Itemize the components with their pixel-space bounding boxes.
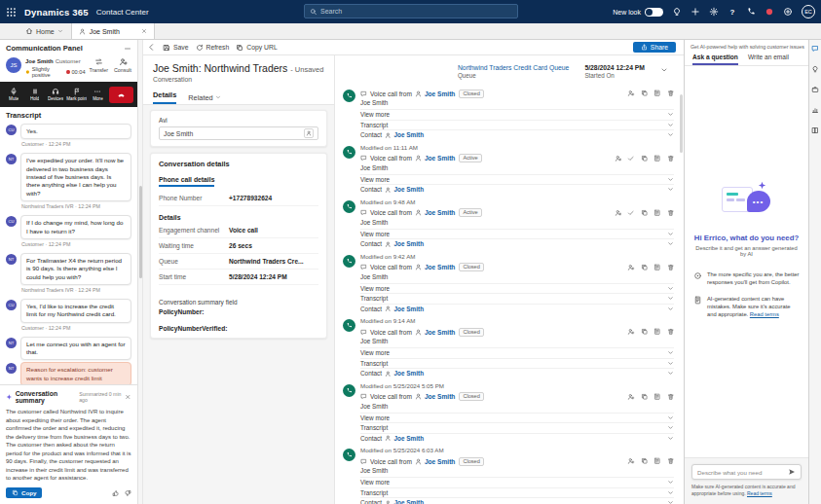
assign-icon[interactable] <box>627 264 635 271</box>
copy-url-button[interactable]: Copy URL <box>236 44 277 52</box>
chevron-down-icon[interactable] <box>660 66 668 74</box>
contact-row[interactable]: Contact Joe Smith <box>360 184 674 195</box>
assign-icon[interactable] <box>615 155 622 162</box>
panel-scrollbar[interactable] <box>138 40 143 504</box>
send-icon[interactable] <box>788 468 796 476</box>
transcript-row[interactable]: Transcript <box>360 422 674 433</box>
copilot-prompt-field[interactable] <box>691 464 802 480</box>
transcript-row[interactable]: Transcript <box>360 120 674 130</box>
call-control-devices[interactable]: Devices <box>46 88 65 101</box>
share-button[interactable]: Share <box>633 42 676 53</box>
app-launcher-icon[interactable] <box>6 7 17 18</box>
view-more-row[interactable]: View more <box>360 347 674 358</box>
toolbox-pane-icon[interactable] <box>811 86 819 93</box>
assign-icon[interactable] <box>627 457 635 465</box>
view-more-row[interactable]: View more <box>360 174 674 185</box>
close-icon[interactable] <box>125 393 131 401</box>
delete-icon[interactable] <box>667 209 675 217</box>
notes-icon[interactable] <box>653 457 661 465</box>
call-control-hold[interactable]: Hold <box>24 88 44 101</box>
complete-icon[interactable] <box>627 155 635 162</box>
settings-icon[interactable] <box>709 7 719 17</box>
contact-link[interactable]: Joe Smith <box>394 240 425 247</box>
dialer-icon[interactable] <box>746 7 756 17</box>
new-look-toggle[interactable] <box>645 8 663 17</box>
global-search[interactable] <box>304 4 518 18</box>
assign-icon[interactable] <box>627 328 635 336</box>
copilot-prompt-input[interactable] <box>697 469 788 476</box>
assign-icon[interactable] <box>627 90 635 97</box>
delete-icon[interactable] <box>667 264 675 271</box>
contact-link[interactable]: Joe Smith <box>394 131 425 138</box>
contact-link[interactable]: Joe Smith <box>394 370 425 377</box>
home-tab[interactable]: Home <box>18 23 71 39</box>
view-more-row[interactable]: View more <box>360 477 674 487</box>
open-record-icon[interactable] <box>641 328 649 336</box>
voice-call-contact-link[interactable]: Joe Smith <box>425 329 456 336</box>
open-record-icon[interactable] <box>641 90 649 97</box>
assign-icon[interactable] <box>627 393 635 401</box>
contact-row[interactable]: Contact Joe Smith <box>360 129 674 140</box>
lookup-icon[interactable] <box>304 128 314 138</box>
contact-link[interactable]: Joe Smith <box>394 435 425 442</box>
timeline-scrollbar[interactable] <box>680 94 683 153</box>
call-control-mute[interactable]: Mute <box>4 88 23 101</box>
session-tab-joe-smith[interactable]: Joe Smith <box>71 23 155 39</box>
help-icon[interactable]: ? <box>728 7 737 17</box>
recording-indicator-icon[interactable] <box>765 7 774 17</box>
notes-icon[interactable] <box>653 328 661 336</box>
notes-icon[interactable] <box>653 90 661 97</box>
close-icon[interactable] <box>141 28 147 34</box>
delete-icon[interactable] <box>667 155 675 162</box>
delete-icon[interactable] <box>667 393 675 401</box>
sitemap-icon[interactable] <box>0 23 18 39</box>
thumbs-up-icon[interactable] <box>112 489 120 497</box>
insights-pane-icon[interactable] <box>811 106 819 114</box>
delete-icon[interactable] <box>667 90 675 97</box>
customer-lookup-field[interactable]: Joe Smith <box>159 126 318 140</box>
open-record-icon[interactable] <box>641 264 649 271</box>
tab-details[interactable]: Details <box>153 90 176 104</box>
contact-link[interactable]: Joe Smith <box>394 499 425 504</box>
view-more-row[interactable]: View more <box>360 229 674 239</box>
transcript-row[interactable]: Transcript <box>360 358 674 369</box>
tab-write-an-email[interactable]: Write an email <box>748 54 789 65</box>
refresh-button[interactable]: Refresh <box>196 44 230 52</box>
open-record-icon[interactable] <box>641 457 649 465</box>
view-more-row[interactable]: View more <box>360 109 674 120</box>
delete-icon[interactable] <box>667 328 675 336</box>
notes-icon[interactable] <box>653 393 661 401</box>
add-icon[interactable] <box>690 7 700 17</box>
voice-call-contact-link[interactable]: Joe Smith <box>425 90 456 97</box>
call-control-more[interactable]: More <box>88 88 107 101</box>
queue-link[interactable]: Northwind Traders Credit Card Queue <box>458 64 569 71</box>
delete-icon[interactable] <box>667 457 675 465</box>
read-terms-link[interactable]: Read terms <box>750 311 779 317</box>
suggestions-pane-icon[interactable] <box>811 65 819 73</box>
ideas-icon[interactable] <box>672 7 682 17</box>
tab-ask-a-question[interactable]: Ask a question <box>692 54 738 65</box>
contact-link[interactable]: Joe Smith <box>394 186 425 193</box>
knowledge-pane-icon[interactable] <box>811 126 819 134</box>
contact-row[interactable]: Contact Joe Smith <box>360 238 674 249</box>
transfer-button[interactable]: Transfer <box>90 57 109 73</box>
open-record-icon[interactable] <box>641 393 649 401</box>
user-avatar[interactable]: EC <box>802 5 815 18</box>
notes-icon[interactable] <box>653 155 661 162</box>
complete-icon[interactable] <box>627 209 635 217</box>
contact-row[interactable]: Contact Joe Smith <box>360 368 674 378</box>
assign-icon[interactable] <box>615 209 622 217</box>
search-input[interactable] <box>320 8 511 15</box>
view-more-row[interactable]: View more <box>360 413 674 423</box>
read-terms-link[interactable]: Read terms <box>747 490 772 496</box>
voice-call-contact-link[interactable]: Joe Smith <box>425 458 456 465</box>
contact-row[interactable]: Contact Joe Smith <box>360 497 674 504</box>
voice-call-contact-link[interactable]: Joe Smith <box>425 209 456 216</box>
copilot-pane-icon[interactable] <box>811 45 819 53</box>
voice-call-contact-link[interactable]: Joe Smith <box>425 155 456 162</box>
save-button[interactable]: Save <box>163 44 189 52</box>
open-record-icon[interactable] <box>641 155 649 162</box>
copy-summary-button[interactable]: Copy <box>6 487 42 498</box>
transcript-row[interactable]: Transcript <box>360 293 674 304</box>
minimize-icon[interactable] <box>124 45 131 53</box>
